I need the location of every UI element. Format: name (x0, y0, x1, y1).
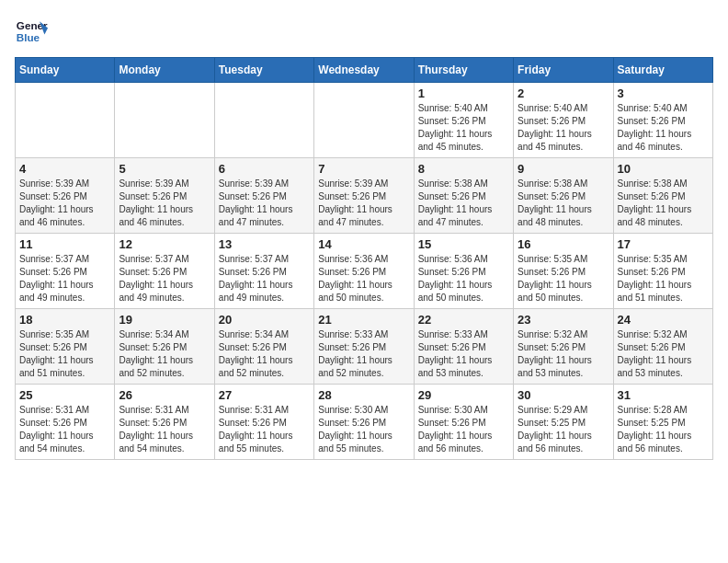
calendar-cell: 5Sunrise: 5:39 AMSunset: 5:26 PMDaylight… (115, 158, 214, 234)
day-number: 14 (318, 237, 409, 251)
day-info: Sunrise: 5:36 AMSunset: 5:26 PMDaylight:… (318, 253, 409, 304)
calendar-cell: 7Sunrise: 5:39 AMSunset: 5:26 PMDaylight… (314, 158, 414, 234)
day-info: Sunrise: 5:38 AMSunset: 5:26 PMDaylight:… (618, 178, 709, 229)
day-number: 28 (318, 388, 409, 402)
calendar-body: 1Sunrise: 5:40 AMSunset: 5:26 PMDaylight… (16, 83, 713, 460)
day-info: Sunrise: 5:33 AMSunset: 5:26 PMDaylight:… (418, 328, 509, 380)
calendar-cell: 27Sunrise: 5:31 AMSunset: 5:26 PMDayligh… (214, 385, 313, 460)
logo-icon: General Blue (15, 15, 48, 48)
calendar-cell: 25Sunrise: 5:31 AMSunset: 5:26 PMDayligh… (16, 385, 115, 460)
day-number: 4 (19, 162, 110, 176)
day-info: Sunrise: 5:32 AMSunset: 5:26 PMDaylight:… (618, 328, 709, 380)
day-number: 1 (418, 86, 509, 100)
calendar-cell: 19Sunrise: 5:34 AMSunset: 5:26 PMDayligh… (115, 309, 214, 385)
calendar-cell: 21Sunrise: 5:33 AMSunset: 5:26 PMDayligh… (314, 309, 414, 385)
day-number: 11 (19, 237, 110, 251)
day-info: Sunrise: 5:35 AMSunset: 5:26 PMDaylight:… (518, 253, 609, 304)
day-number: 7 (318, 162, 409, 176)
calendar-cell: 15Sunrise: 5:36 AMSunset: 5:26 PMDayligh… (414, 234, 513, 309)
day-number: 20 (219, 313, 310, 327)
day-number: 30 (518, 388, 609, 402)
day-number: 27 (219, 388, 310, 402)
day-info: Sunrise: 5:28 AMSunset: 5:25 PMDaylight:… (618, 404, 709, 455)
day-info: Sunrise: 5:40 AMSunset: 5:26 PMDaylight:… (618, 102, 709, 154)
day-info: Sunrise: 5:36 AMSunset: 5:26 PMDaylight:… (418, 253, 509, 304)
day-info: Sunrise: 5:38 AMSunset: 5:26 PMDaylight:… (518, 178, 609, 229)
day-info: Sunrise: 5:37 AMSunset: 5:26 PMDaylight:… (219, 253, 310, 304)
weekday-header: Monday (115, 58, 214, 83)
calendar-cell: 18Sunrise: 5:35 AMSunset: 5:26 PMDayligh… (16, 309, 115, 385)
page-header: General Blue (15, 15, 713, 48)
calendar-cell: 14Sunrise: 5:36 AMSunset: 5:26 PMDayligh… (314, 234, 414, 309)
calendar-cell: 11Sunrise: 5:37 AMSunset: 5:26 PMDayligh… (16, 234, 115, 309)
calendar-cell: 3Sunrise: 5:40 AMSunset: 5:26 PMDaylight… (613, 83, 712, 158)
day-number: 5 (119, 162, 210, 176)
day-number: 2 (518, 86, 609, 100)
weekday-header: Saturday (613, 58, 712, 83)
day-info: Sunrise: 5:34 AMSunset: 5:26 PMDaylight:… (119, 328, 210, 380)
day-info: Sunrise: 5:40 AMSunset: 5:26 PMDaylight:… (418, 102, 509, 154)
calendar-week-row: 4Sunrise: 5:39 AMSunset: 5:26 PMDaylight… (16, 158, 713, 234)
day-info: Sunrise: 5:34 AMSunset: 5:26 PMDaylight:… (219, 328, 310, 380)
day-info: Sunrise: 5:30 AMSunset: 5:26 PMDaylight:… (318, 404, 409, 455)
day-number: 26 (119, 388, 210, 402)
calendar-cell: 28Sunrise: 5:30 AMSunset: 5:26 PMDayligh… (314, 385, 414, 460)
day-number: 3 (618, 86, 709, 100)
day-number: 19 (119, 313, 210, 327)
day-info: Sunrise: 5:31 AMSunset: 5:26 PMDaylight:… (19, 404, 110, 455)
day-info: Sunrise: 5:29 AMSunset: 5:25 PMDaylight:… (518, 404, 609, 455)
day-number: 9 (518, 162, 609, 176)
day-number: 16 (518, 237, 609, 251)
day-info: Sunrise: 5:31 AMSunset: 5:26 PMDaylight:… (219, 404, 310, 455)
day-info: Sunrise: 5:37 AMSunset: 5:26 PMDaylight:… (19, 253, 110, 304)
calendar-cell: 26Sunrise: 5:31 AMSunset: 5:26 PMDayligh… (115, 385, 214, 460)
calendar-cell: 8Sunrise: 5:38 AMSunset: 5:26 PMDaylight… (414, 158, 513, 234)
day-number: 21 (318, 313, 409, 327)
calendar-cell: 31Sunrise: 5:28 AMSunset: 5:25 PMDayligh… (613, 385, 712, 460)
calendar-week-row: 25Sunrise: 5:31 AMSunset: 5:26 PMDayligh… (16, 385, 713, 460)
weekday-row: SundayMondayTuesdayWednesdayThursdayFrid… (16, 58, 713, 83)
day-number: 18 (19, 313, 110, 327)
calendar-cell: 4Sunrise: 5:39 AMSunset: 5:26 PMDaylight… (16, 158, 115, 234)
calendar-cell (314, 83, 414, 158)
weekday-header: Sunday (16, 58, 115, 83)
day-number: 8 (418, 162, 509, 176)
day-number: 6 (219, 162, 310, 176)
calendar-cell (115, 83, 214, 158)
logo: General Blue (15, 15, 48, 48)
day-info: Sunrise: 5:39 AMSunset: 5:26 PMDaylight:… (219, 178, 310, 229)
calendar-cell: 1Sunrise: 5:40 AMSunset: 5:26 PMDaylight… (414, 83, 513, 158)
day-info: Sunrise: 5:39 AMSunset: 5:26 PMDaylight:… (19, 178, 110, 229)
day-number: 17 (618, 237, 709, 251)
calendar-cell: 13Sunrise: 5:37 AMSunset: 5:26 PMDayligh… (214, 234, 313, 309)
calendar-cell: 10Sunrise: 5:38 AMSunset: 5:26 PMDayligh… (613, 158, 712, 234)
calendar-cell: 16Sunrise: 5:35 AMSunset: 5:26 PMDayligh… (514, 234, 613, 309)
weekday-header: Thursday (414, 58, 513, 83)
day-info: Sunrise: 5:38 AMSunset: 5:26 PMDaylight:… (418, 178, 509, 229)
calendar-cell: 24Sunrise: 5:32 AMSunset: 5:26 PMDayligh… (613, 309, 712, 385)
day-number: 25 (19, 388, 110, 402)
calendar-cell: 17Sunrise: 5:35 AMSunset: 5:26 PMDayligh… (613, 234, 712, 309)
svg-text:Blue: Blue (17, 31, 40, 43)
calendar-cell: 30Sunrise: 5:29 AMSunset: 5:25 PMDayligh… (514, 385, 613, 460)
calendar-cell: 2Sunrise: 5:40 AMSunset: 5:26 PMDaylight… (514, 83, 613, 158)
calendar-cell: 22Sunrise: 5:33 AMSunset: 5:26 PMDayligh… (414, 309, 513, 385)
weekday-header: Tuesday (214, 58, 313, 83)
calendar-table: SundayMondayTuesdayWednesdayThursdayFrid… (15, 57, 713, 460)
calendar-cell (16, 83, 115, 158)
day-number: 13 (219, 237, 310, 251)
calendar-cell: 9Sunrise: 5:38 AMSunset: 5:26 PMDaylight… (514, 158, 613, 234)
day-info: Sunrise: 5:32 AMSunset: 5:26 PMDaylight:… (518, 328, 609, 380)
calendar-header: SundayMondayTuesdayWednesdayThursdayFrid… (16, 58, 713, 83)
day-number: 10 (618, 162, 709, 176)
day-number: 22 (418, 313, 509, 327)
day-number: 29 (418, 388, 509, 402)
day-info: Sunrise: 5:30 AMSunset: 5:26 PMDaylight:… (418, 404, 509, 455)
calendar-week-row: 11Sunrise: 5:37 AMSunset: 5:26 PMDayligh… (16, 234, 713, 309)
weekday-header: Friday (514, 58, 613, 83)
day-number: 23 (518, 313, 609, 327)
calendar-cell (214, 83, 313, 158)
calendar-cell: 6Sunrise: 5:39 AMSunset: 5:26 PMDaylight… (214, 158, 313, 234)
day-number: 12 (119, 237, 210, 251)
weekday-header: Wednesday (314, 58, 414, 83)
